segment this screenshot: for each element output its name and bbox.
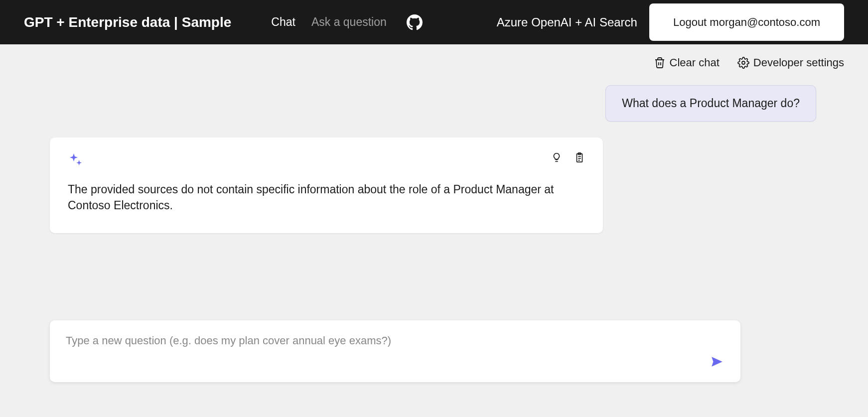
developer-settings-label: Developer settings xyxy=(753,56,844,69)
clear-chat-label: Clear chat xyxy=(670,56,720,69)
clipboard-icon[interactable] xyxy=(574,151,585,163)
nav-center: Chat Ask a question xyxy=(271,14,422,30)
assistant-actions xyxy=(551,151,585,163)
developer-settings-button[interactable]: Developer settings xyxy=(737,56,844,69)
gear-icon xyxy=(737,57,749,69)
send-row xyxy=(66,355,724,368)
user-message: What does a Product Manager do? xyxy=(605,85,816,122)
header-subtitle: Azure OpenAI + AI Search xyxy=(497,15,637,29)
svg-point-0 xyxy=(742,61,745,64)
nav-chat[interactable]: Chat xyxy=(271,15,295,29)
logout-button[interactable]: Logout morgan@contoso.com xyxy=(649,3,844,41)
header: GPT + Enterprise data | Sample Chat Ask … xyxy=(0,0,868,44)
toolbar: Clear chat Developer settings xyxy=(0,44,868,75)
sparkle-icon xyxy=(68,151,84,167)
assistant-text: The provided sources do not contain spec… xyxy=(68,181,585,213)
trash-icon xyxy=(654,57,666,69)
clear-chat-button[interactable]: Clear chat xyxy=(654,56,720,69)
app-title: GPT + Enterprise data | Sample xyxy=(24,14,231,30)
assistant-message: The provided sources do not contain spec… xyxy=(50,138,603,233)
send-icon[interactable] xyxy=(710,355,724,368)
github-icon[interactable] xyxy=(407,14,423,30)
lightbulb-icon[interactable] xyxy=(551,151,562,163)
nav-ask-question[interactable]: Ask a question xyxy=(311,15,387,29)
question-input-container xyxy=(50,320,740,382)
question-input[interactable] xyxy=(66,334,724,347)
assistant-header xyxy=(68,151,585,167)
